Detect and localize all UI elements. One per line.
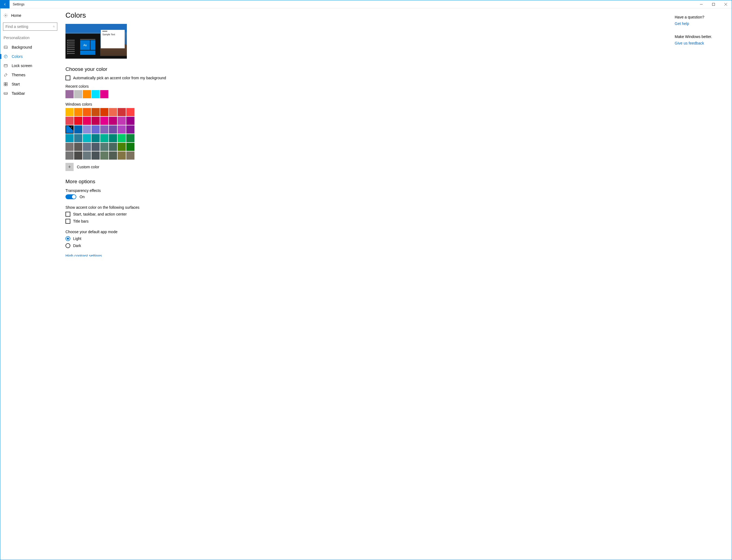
color-swatch[interactable] [126,125,134,134]
sidebar-item-lockscreen[interactable]: Lock screen [0,61,60,70]
svg-point-5 [5,56,5,56]
close-button[interactable] [720,0,732,8]
auto-pick-checkbox-row[interactable]: Automatically pick an accent color from … [65,75,669,80]
recent-color-swatch[interactable] [100,90,108,98]
sidebar-item-background[interactable]: Background [0,43,60,52]
color-swatch[interactable] [109,151,117,160]
surface-start-checkbox[interactable]: Start, taskbar, and action center [65,212,669,217]
auto-pick-label: Automatically pick an accent color from … [73,76,166,80]
color-swatch[interactable] [74,134,82,142]
color-swatch[interactable] [83,117,91,125]
color-swatch[interactable] [118,151,126,160]
color-swatch[interactable] [109,125,117,134]
sidebar-item-themes[interactable]: Themes [0,70,60,80]
sidebar-category: Personalization [0,36,60,41]
minimize-button[interactable] [695,0,707,8]
color-swatch[interactable] [100,151,108,160]
checkbox-icon [65,212,70,217]
color-swatch[interactable] [126,143,134,151]
color-swatch[interactable] [118,134,126,142]
color-swatch[interactable] [100,117,108,125]
color-swatch[interactable] [74,108,82,116]
color-swatch[interactable] [83,108,91,116]
surface-title-checkbox[interactable]: Title bars [65,219,669,224]
color-swatch[interactable] [91,134,100,142]
color-swatch[interactable] [65,143,74,151]
color-swatch[interactable] [109,117,117,125]
more-options-heading: More options [65,179,669,185]
default-mode-label: Choose your default app mode [65,230,669,234]
color-swatch[interactable] [118,117,126,125]
high-contrast-link[interactable]: High contrast settings [65,254,102,257]
color-swatch[interactable] [91,108,100,116]
color-swatch[interactable] [126,108,134,116]
feedback-link[interactable]: Give us feedback [675,41,704,45]
color-swatch[interactable] [109,143,117,151]
color-swatch[interactable] [83,134,91,142]
color-swatch[interactable] [74,151,82,160]
choose-color-heading: Choose your color [65,66,669,72]
color-swatch[interactable] [74,143,82,151]
sidebar-item-label: Themes [12,73,26,77]
search-box[interactable] [3,23,57,31]
checkbox-icon [65,75,70,80]
color-swatch[interactable] [126,134,134,142]
recent-color-swatch[interactable] [74,90,82,98]
picture-icon [4,45,8,49]
windows-colors-grid: ✓ [65,108,669,160]
maximize-button[interactable] [707,0,720,8]
transparency-toggle[interactable] [65,194,76,199]
color-swatch[interactable] [100,108,108,116]
color-swatch[interactable] [118,143,126,151]
color-swatch[interactable] [65,151,74,160]
color-swatch[interactable] [91,151,100,160]
color-swatch[interactable] [91,125,100,134]
color-swatch[interactable] [100,134,108,142]
color-swatch[interactable] [65,117,74,125]
color-swatch[interactable] [83,151,91,160]
color-swatch[interactable] [100,143,108,151]
mode-dark-radio[interactable]: Dark [65,243,669,248]
recent-color-swatch[interactable] [91,90,100,98]
back-arrow-icon [3,2,7,6]
recent-color-swatch[interactable] [83,90,91,98]
checkbox-icon [65,219,70,224]
color-swatch[interactable] [126,117,134,125]
color-swatch[interactable] [65,108,74,116]
color-swatch[interactable] [109,108,117,116]
color-swatch[interactable] [91,143,100,151]
color-swatch[interactable] [74,125,82,134]
question-label: Have a question? [675,15,726,19]
color-swatch[interactable] [118,108,126,116]
search-input[interactable] [5,24,53,29]
color-swatch[interactable] [65,134,74,142]
start-icon [4,82,8,86]
color-swatch[interactable] [74,117,82,125]
recent-color-swatch[interactable] [65,90,74,98]
color-swatch[interactable]: ✓ [65,125,74,134]
titlebar: Settings [0,0,732,8]
custom-color-button[interactable]: + [65,163,74,171]
nav-home[interactable]: Home [0,12,60,19]
color-swatch[interactable] [118,125,126,134]
get-help-link[interactable]: Get help [675,21,689,26]
color-swatch[interactable] [91,117,100,125]
back-button[interactable] [0,0,10,8]
sidebar-item-label: Start [12,82,20,86]
preview-thumbnail: Aa Sample Text [65,24,127,59]
sidebar-item-start[interactable]: Start [0,80,60,89]
svg-point-2 [53,26,54,27]
sidebar-item-label: Lock screen [12,64,32,68]
svg-rect-8 [4,64,7,67]
sidebar-item-colors[interactable]: Colors [0,52,60,61]
color-swatch[interactable] [83,125,91,134]
color-swatch[interactable] [126,151,134,160]
color-swatch[interactable] [83,143,91,151]
surfaces-label: Show accent color on the following surfa… [65,205,669,210]
transparency-state: On [80,195,85,199]
sidebar-item-taskbar[interactable]: Taskbar [0,89,60,98]
sidebar-item-label: Taskbar [12,91,25,96]
mode-light-radio[interactable]: Light [65,236,669,241]
color-swatch[interactable] [100,125,108,134]
color-swatch[interactable] [109,134,117,142]
